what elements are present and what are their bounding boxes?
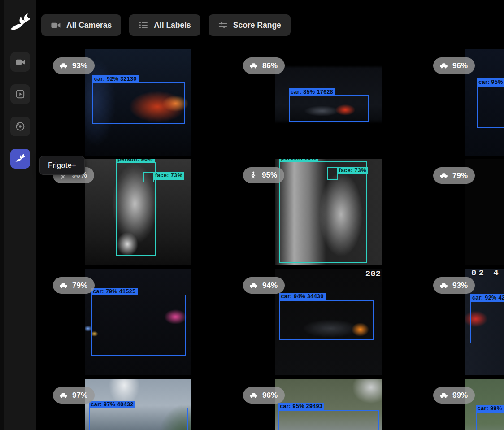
bounding-box: face: 73% [327, 167, 338, 181]
detection-thumbnail[interactable]: person: 95%face: 73% [275, 159, 382, 265]
bounding-box-label: person: 96% [116, 159, 155, 163]
detection-thumbnail[interactable]: car: 94% 34430202 [275, 269, 382, 375]
detection-cell: car: 95% 2949396% [233, 379, 423, 430]
score-badge: 79% [53, 277, 95, 294]
bounding-box-label: car: 95% 45260 [477, 78, 504, 86]
camera-icon [15, 57, 26, 67]
frigate-logo [9, 11, 32, 37]
bounding-box: car: 92% 32130 [92, 82, 185, 123]
score-badge: 95% [243, 167, 284, 183]
filter-button-labels[interactable]: All Labels [129, 14, 200, 36]
car-icon [249, 61, 258, 70]
bounding-box-label: car: 85% 17628 [289, 88, 335, 96]
bounding-box-label: car: 95% 29493 [278, 403, 324, 410]
sidebar-nav [10, 52, 30, 169]
detection-thumbnail[interactable]: car: 95% 29493 [275, 379, 382, 430]
bounding-box-label: car: 92% 4218 [470, 294, 504, 302]
detection-cell: person: 95%face: 73%95% [233, 159, 423, 265]
camera-icon [51, 20, 61, 30]
score-value: 79% [452, 171, 468, 180]
sidebar-item-live[interactable] [10, 52, 30, 72]
bounding-box-label: face: 73% [337, 167, 368, 174]
car-icon [439, 281, 448, 290]
score-value: 97% [72, 391, 87, 400]
detection-cell: car: 79% 4152579% [43, 269, 233, 375]
export-icon [15, 121, 26, 132]
detection-cell: car: 95% 4526096% [423, 49, 504, 156]
bounding-box: car: 85% 17628 [289, 95, 369, 122]
detection-thumbnail[interactable]: car: 85% 17628 [275, 49, 382, 156]
car-icon [59, 281, 68, 290]
score-badge: 93% [433, 277, 475, 294]
detection-cell: car: 92% 421802 4 05 093% [423, 269, 504, 375]
filter-label: All Labels [154, 21, 191, 30]
detection-cell: car: 94% 3443020294% [233, 269, 423, 375]
sidebar [0, 0, 36, 430]
car-icon [249, 281, 258, 290]
car-icon [439, 61, 448, 70]
car-icon [249, 391, 258, 400]
score-badge: 86% [243, 57, 285, 74]
bounding-box-label: face: 73% [153, 172, 184, 179]
sliders-icon [218, 20, 228, 30]
bounding-box-label: car: 99% 25 [476, 405, 504, 413]
score-badge: 79% [433, 167, 475, 184]
person-icon [249, 171, 258, 180]
score-value: 93% [452, 281, 468, 290]
detection-thumbnail[interactable]: person: 96%face: 73% [85, 159, 191, 265]
detection-cell: car: 92% 3213093% [43, 49, 233, 156]
detections-grid: car: 92% 3213093%car: 85% 1762886%car: 9… [43, 49, 504, 430]
score-value: 95% [262, 171, 277, 180]
detection-cell: car: 79%79% [423, 159, 504, 265]
sidebar-item-review[interactable] [10, 84, 30, 104]
bounding-box: car: 99% 25 [476, 412, 504, 430]
score-value: 94% [262, 281, 278, 290]
detection-cell: person: 96%face: 73%96% [43, 159, 233, 265]
detection-thumbnail[interactable]: car: 99% 25 [465, 379, 504, 430]
score-value: 86% [262, 61, 278, 70]
score-badge: 97% [53, 387, 95, 404]
labels-icon [139, 20, 148, 30]
frigate-bird-icon [14, 153, 26, 165]
bounding-box-label: car: 97% 40432 [89, 401, 135, 408]
frigate-bird-icon [9, 11, 32, 37]
filter-toolbar: All CamerasAll LabelsScore Range [41, 14, 291, 36]
filter-button-cameras[interactable]: All Cameras [41, 14, 121, 36]
score-value: 79% [72, 281, 87, 290]
score-badge: 94% [243, 277, 285, 294]
bounding-box: car: 94% 34430 [279, 300, 374, 340]
bounding-box: face: 73% [143, 172, 154, 182]
score-badge: 96% [243, 387, 285, 404]
detection-thumbnail[interactable]: car: 79% 41525 [85, 269, 191, 375]
bounding-box-label: person: 95% [279, 159, 318, 162]
score-badge: 99% [433, 387, 475, 404]
bounding-box: car: 92% 4218 [470, 301, 504, 343]
frigate-plus-tooltip: Frigate+ [39, 156, 85, 175]
camera-timestamp-overlay: 202 [365, 269, 381, 279]
bounding-box-label: car: 79% 41525 [91, 288, 137, 295]
score-badge: 96% [433, 57, 475, 74]
bounding-box: person: 95% [279, 161, 367, 264]
sidebar-item-frigate-plus[interactable] [10, 149, 30, 169]
bounding-box: car: 95% 45260 [477, 86, 504, 128]
bounding-box-label: car: 92% 32130 [92, 75, 139, 83]
detection-thumbnail[interactable]: car: 92% 32130 [85, 49, 191, 156]
car-icon [439, 171, 448, 180]
bounding-box: car: 97% 40432 [89, 408, 188, 430]
sidebar-item-export[interactable] [10, 117, 30, 136]
score-badge: 93% [53, 57, 95, 74]
filter-button-score[interactable]: Score Range [209, 14, 291, 36]
bounding-box-label: car: 94% 34430 [279, 293, 326, 300]
detection-cell: car: 99% 2599% [423, 379, 504, 430]
car-icon [439, 391, 448, 400]
filter-label: All Cameras [66, 21, 112, 30]
review-icon [15, 89, 26, 100]
bounding-box: car: 79% 41525 [91, 295, 186, 356]
car-icon [59, 61, 68, 70]
score-value: 99% [452, 391, 468, 400]
filter-label: Score Range [233, 21, 281, 30]
score-value: 96% [262, 391, 278, 400]
detection-thumbnail[interactable]: car: 97% 40432 [85, 379, 191, 430]
bounding-box: car: 95% 29493 [278, 410, 379, 430]
car-icon [59, 391, 68, 400]
